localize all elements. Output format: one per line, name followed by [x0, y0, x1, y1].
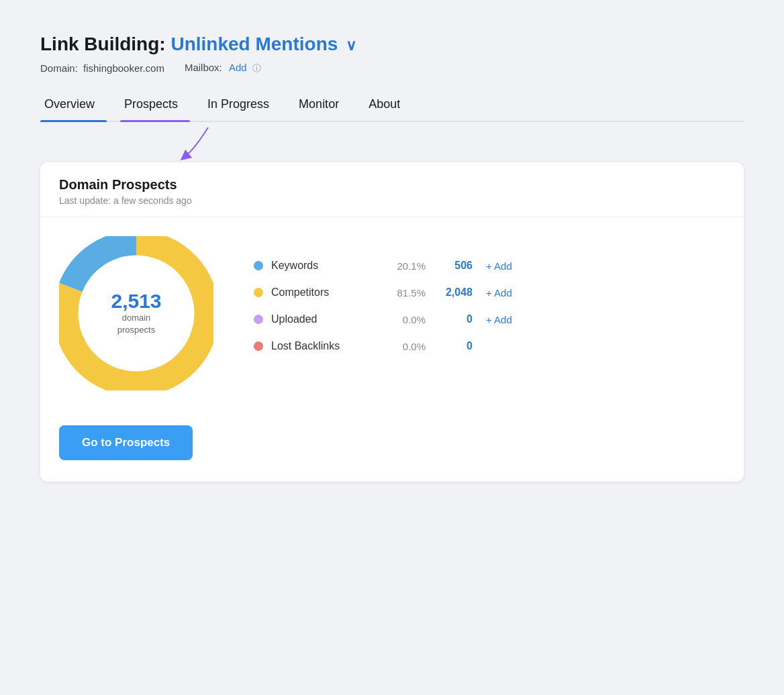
page-container: Link Building: Unlinked Mentions ∨ Domai… [20, 20, 764, 495]
legend-row-lost-backlinks: Lost Backlinks 0.0% 0 [254, 340, 725, 352]
page-title: Link Building: Unlinked Mentions ∨ [40, 34, 744, 55]
uploaded-label: Uploaded [271, 313, 379, 325]
legend-row-keywords: Keywords 20.1% 506 + Add [254, 260, 725, 272]
card-footer: Go to Prospects [40, 415, 744, 482]
lost-backlinks-dot [254, 341, 263, 351]
competitors-dot [254, 288, 263, 297]
competitors-pct: 81.5% [379, 287, 426, 299]
legend-row-competitors: Competitors 81.5% 2,048 + Add [254, 286, 725, 299]
domain-prospects-card: Domain Prospects Last update: a few seco… [40, 162, 744, 482]
card-title: Domain Prospects [59, 177, 725, 193]
keywords-dot [254, 261, 263, 270]
mailbox-add-link[interactable]: Add [229, 62, 247, 73]
title-static: Link Building: [40, 34, 166, 54]
lost-backlinks-count: 0 [426, 340, 473, 352]
competitors-label: Competitors [271, 286, 379, 299]
tab-overview[interactable]: Overview [40, 91, 107, 121]
info-icon: ⓘ [252, 63, 261, 73]
keywords-pct: 20.1% [379, 260, 426, 272]
card-subtitle: Last update: a few seconds ago [59, 195, 725, 206]
tab-prospects[interactable]: Prospects [120, 91, 190, 121]
meta-row: Domain: fishingbooker.com Mailbox: Add ⓘ [40, 62, 744, 74]
tab-in-progress[interactable]: In Progress [203, 91, 281, 121]
uploaded-dot [254, 315, 263, 324]
card-header: Domain Prospects Last update: a few seco… [40, 162, 744, 217]
legend-table: Keywords 20.1% 506 + Add Competitors 81.… [254, 260, 725, 367]
donut-number: 2,513 [111, 290, 161, 312]
uploaded-pct: 0.0% [379, 314, 426, 325]
chevron-down-icon: ∨ [346, 37, 356, 54]
annotation-arrow [175, 122, 242, 162]
uploaded-count: 0 [426, 313, 473, 325]
keywords-count: 506 [426, 260, 473, 272]
go-to-prospects-button[interactable]: Go to Prospects [59, 425, 193, 460]
keywords-add-btn[interactable]: + Add [486, 260, 512, 272]
uploaded-add-btn[interactable]: + Add [486, 314, 512, 325]
card-body: 2,513 domain prospects Keywords 20.1% 50… [40, 217, 744, 415]
competitors-count: 2,048 [426, 286, 473, 299]
keywords-label: Keywords [271, 260, 379, 272]
lost-backlinks-label: Lost Backlinks [271, 340, 379, 352]
title-dynamic[interactable]: Unlinked Mentions ∨ [170, 34, 356, 54]
donut-label: domain prospects [111, 312, 161, 336]
mailbox-info: Mailbox: Add ⓘ [185, 62, 261, 74]
tab-monitor[interactable]: Monitor [295, 91, 351, 121]
tabs-nav: Overview Prospects In Progress Monitor A… [40, 91, 744, 122]
domain-info: Domain: fishingbooker.com [40, 62, 164, 74]
lost-backlinks-pct: 0.0% [379, 341, 426, 352]
donut-chart: 2,513 domain prospects [59, 236, 213, 390]
competitors-add-btn[interactable]: + Add [486, 287, 512, 299]
tab-about[interactable]: About [364, 91, 412, 121]
legend-row-uploaded: Uploaded 0.0% 0 + Add [254, 313, 725, 325]
arrow-annotation [40, 122, 744, 162]
donut-center: 2,513 domain prospects [111, 290, 161, 336]
